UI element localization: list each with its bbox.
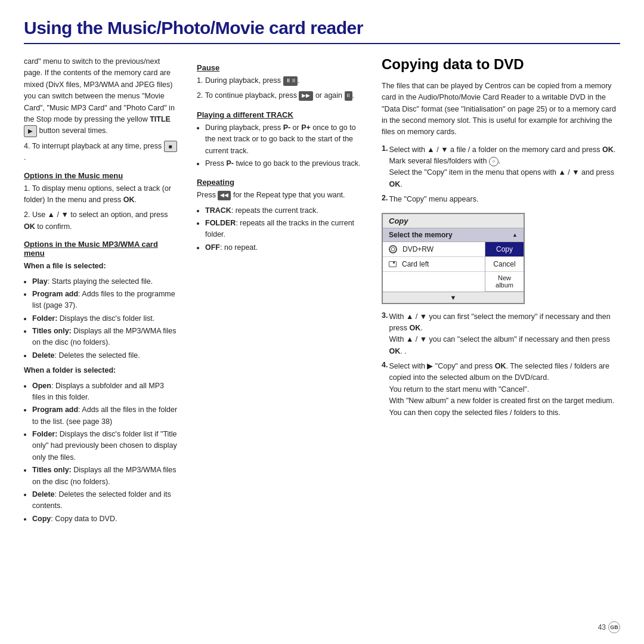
intro-text: card" menu to switch to the previous/nex…: [24, 56, 179, 137]
step2-num: 2.: [382, 194, 388, 205]
pause-heading: Pause: [197, 63, 364, 72]
repeating-heading: Repeating: [197, 178, 364, 187]
list-item: Press P- twice to go back to the previou…: [205, 158, 364, 169]
copy-menu-actions: Copy Cancel Newalbum: [485, 242, 524, 292]
step4: 4. Select with ▶ "Copy" and press OK. Th…: [382, 361, 620, 419]
play-fwd-icon: ▶▶: [299, 91, 313, 101]
list-item: Titles only: Displays all the MP3/WMA fi…: [32, 326, 179, 349]
list-item: Folder: Displays the disc's folder list …: [32, 429, 179, 463]
triangle-up-icon: ▲: [512, 232, 518, 238]
card-item: Card left: [383, 257, 485, 272]
list-item: OFF: no repeat.: [205, 242, 364, 253]
copy-action-new-album[interactable]: Newalbum: [485, 272, 524, 292]
card-icon: [389, 261, 397, 267]
folder-items-list: Open: Displays a subfolder and all MP3 f…: [24, 380, 179, 525]
pause-1: 1. During playback, press ⏸ II.: [197, 75, 364, 86]
playing-track-heading: Playing a different TRACK: [197, 110, 364, 119]
pause-icon: ⏸ II: [283, 76, 298, 86]
repeating-intro: Press ◀◀ for the Repeat type that you wa…: [197, 190, 364, 201]
dvd-item: DVD+RW: [383, 242, 485, 257]
step2: 2. The "Copy" menu appears.: [382, 194, 620, 205]
copy-menu-select-memory: Select the memory ▲: [383, 228, 524, 242]
step1-container: 1. Select with ▲ / ▼ a file / a folder o…: [382, 144, 620, 191]
options-music-2: 2. Use ▲ / ▼ to select an option, and pr…: [24, 209, 179, 233]
page-number-container: 43 GB: [598, 621, 620, 633]
list-item: Folder: Displays the disc's folder list.: [32, 313, 179, 324]
dvd-icon: [389, 245, 397, 253]
page-title: Using the Music/Photo/Movie card reader: [24, 18, 620, 44]
step4-text: Select with ▶ "Copy" and press OK. The s…: [389, 361, 620, 419]
copy-intro: The files that can be played by Centros …: [382, 80, 620, 138]
list-item: Delete: Deletes the selected folder and …: [32, 489, 179, 512]
stop-icon: ■: [164, 141, 177, 153]
circle-icon: ○: [489, 157, 499, 166]
list-item: Titles only: Displays all the MP3/WMA fi…: [32, 465, 179, 488]
when-folder-heading: When a folder is selected:: [24, 365, 179, 376]
step1: 1. Select with ▲ / ▼ a file / a folder o…: [382, 144, 620, 191]
right-column: Copying data to DVD The files that can b…: [382, 56, 620, 528]
list-item: TRACK: repeats the current track.: [205, 205, 364, 216]
list-item: During playback, press P- or P+ once to …: [205, 122, 364, 157]
copy-menu-arrow: ▼: [383, 292, 524, 303]
gb-badge: GB: [608, 621, 620, 633]
copy-action-cancel[interactable]: Cancel: [485, 257, 524, 272]
step1-num: 1.: [382, 144, 388, 191]
step4-num: 4.: [382, 361, 388, 419]
select-memory-label: Select the memory: [389, 231, 453, 239]
list-item: Copy: Copy data to DVD.: [32, 513, 179, 525]
copy-menu: Copy Select the memory ▲ DVD+RW Card lef…: [382, 213, 525, 304]
title-icon: ▶: [24, 125, 37, 137]
copy-section-title: Copying data to DVD: [382, 56, 620, 73]
list-item: FOLDER: repeats all the tracks in the cu…: [205, 218, 364, 241]
options-music-heading: Options in the Music menu: [24, 171, 179, 180]
step2-text: The "Copy" menu appears.: [389, 194, 620, 205]
step1-text: Select with ▲ / ▼ a file / a folder on t…: [389, 144, 620, 191]
copy-menu-body: DVD+RW Card left Copy Cancel Newalbum: [383, 242, 524, 292]
page-number-text: 43: [598, 623, 606, 631]
left-column: card" menu to switch to the previous/nex…: [24, 56, 179, 528]
repeat-icon: ◀◀: [218, 191, 231, 200]
step3-num: 3.: [382, 311, 388, 358]
file-items-list: Play: Starts playing the selected file. …: [24, 276, 179, 362]
dvd-label: DVD+RW: [402, 245, 434, 253]
options-mp3-heading: Options in the Music MP3/WMA card menu: [24, 240, 179, 258]
copy-menu-items: DVD+RW Card left: [383, 242, 485, 292]
middle-column: Pause 1. During playback, press ⏸ II. 2.…: [197, 56, 364, 528]
interrupt-text: 4. To interrupt playback at any time, pr…: [24, 141, 179, 164]
copy-menu-title: Copy: [383, 214, 524, 228]
list-item: Delete: Deletes the selected file.: [32, 350, 179, 361]
pause-icon2: II: [345, 91, 352, 101]
pause-2: 2. To continue playback, press ▶▶ or aga…: [197, 90, 364, 101]
title-label: TITLE: [150, 115, 171, 123]
track-items-list: During playback, press P- or P+ once to …: [197, 122, 364, 170]
options-music-1: 1. To display menu options, select a tra…: [24, 183, 179, 206]
list-item: Program add: Adds files to the programme…: [32, 289, 179, 312]
list-item: Open: Displays a subfolder and all MP3 f…: [32, 380, 179, 404]
list-item: Program add: Adds all the files in the f…: [32, 404, 179, 428]
step3-text: With ▲ / ▼ you can first "select the mem…: [389, 311, 620, 358]
main-content: card" menu to switch to the previous/nex…: [24, 56, 620, 528]
page-container: Using the Music/Photo/Movie card reader …: [0, 0, 644, 644]
when-file-heading: When a file is selected:: [24, 261, 179, 272]
step3: 3. With ▲ / ▼ you can first "select the …: [382, 311, 620, 358]
card-label: Card left: [402, 260, 429, 268]
repeat-items-list: TRACK: repeats the current track. FOLDER…: [197, 205, 364, 254]
copy-action-copy[interactable]: Copy: [485, 242, 524, 257]
list-item: Play: Starts playing the selected file.: [32, 276, 179, 287]
